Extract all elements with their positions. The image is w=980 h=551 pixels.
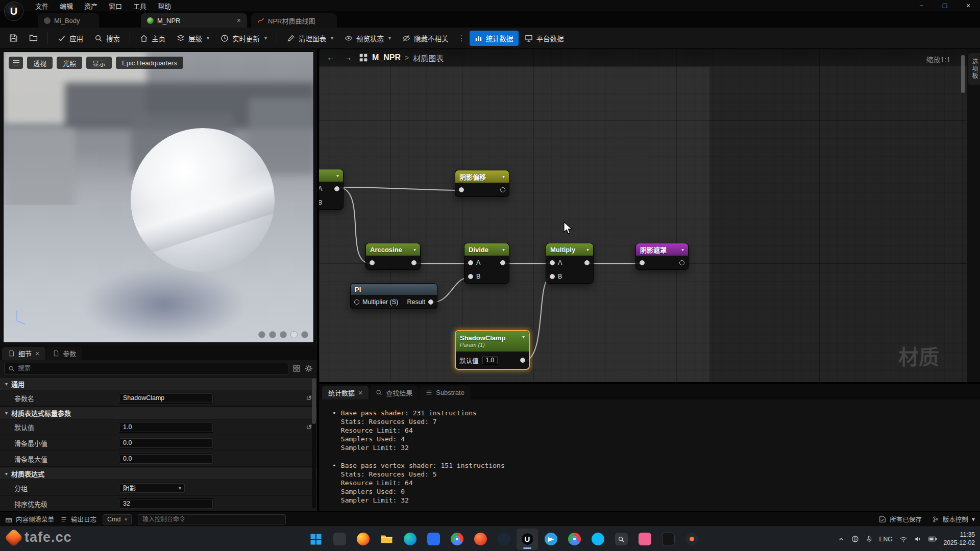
output-log-button[interactable]: 输出日志 [60, 514, 96, 524]
more-options-icon[interactable]: ⋮ [455, 34, 469, 43]
scrollbar-thumb[interactable] [312, 378, 316, 424]
stats-button[interactable]: 统计数据 [470, 31, 519, 46]
node-divide[interactable]: Divide▾ A B [464, 243, 509, 284]
chevron-down-icon[interactable]: ▾ [681, 247, 684, 253]
taskbar-app-steam[interactable] [493, 529, 514, 550]
tab-parameters[interactable]: 参数 [46, 347, 82, 360]
output-pin[interactable] [584, 260, 590, 265]
clock[interactable]: 11:35 2025-12-02 [944, 531, 975, 547]
param-name-input[interactable]: ShadowClamp [119, 393, 213, 404]
chevron-down-icon[interactable]: ▾ [336, 173, 339, 179]
node-shadow-mask[interactable]: 阴影遮罩▾ [635, 243, 689, 270]
input-pin-a[interactable] [550, 260, 555, 265]
default-value-box[interactable]: 1.0 [482, 356, 499, 365]
console-command-input[interactable] [138, 514, 286, 524]
mesh-sphere-toggle[interactable] [269, 331, 276, 338]
volume-icon[interactable] [914, 535, 922, 543]
input-pin-b[interactable] [550, 274, 555, 279]
taskbar-app-taskview[interactable] [329, 529, 350, 550]
tab-npr-curve[interactable]: NPR材质曲线图 [251, 13, 337, 28]
reset-to-default-icon[interactable]: ↺ [306, 394, 312, 402]
section-material-expression[interactable]: ▾ 材质表达式 [0, 467, 317, 480]
palette-side-tab[interactable]: 选项板 [968, 53, 980, 85]
section-scalar-parameter[interactable]: ▾ 材质表达式标量参数 [0, 406, 317, 419]
node-pi[interactable]: Pi Multiplier (S)Result [350, 283, 437, 309]
tab-details[interactable]: 细节 × [2, 347, 45, 360]
node-arccosine[interactable]: Arccosine▾ [365, 243, 421, 270]
live-update-button[interactable]: 实时更新 ▾ [215, 31, 272, 46]
tab-mi-body[interactable]: Mi_Body [38, 13, 99, 28]
graph-scrollbar-thumb[interactable] [961, 55, 965, 93]
preview-state-button[interactable]: 预览状态 ▾ [339, 31, 396, 46]
menu-asset[interactable]: 资产 [79, 0, 103, 12]
close-tab-icon[interactable]: × [35, 349, 39, 358]
apply-button[interactable]: 应用 [53, 31, 88, 46]
input-pin-a[interactable] [468, 260, 473, 265]
input-pin[interactable] [459, 187, 464, 192]
output-pin[interactable] [500, 187, 505, 192]
back-button[interactable]: ← [324, 52, 337, 64]
close-tab-icon[interactable]: × [237, 16, 241, 24]
material-graph-panel[interactable]: ▾ A B 阴影偏移▾ Arccosine▾ [319, 49, 980, 382]
output-pin[interactable] [411, 260, 416, 265]
node-multiply[interactable]: Multiply▾ A B [546, 243, 594, 284]
chevron-down-icon[interactable]: ▾ [522, 334, 525, 340]
revision-control-button[interactable]: 版本控制 ▾ [932, 514, 975, 524]
chevron-down-icon[interactable]: ▾ [502, 247, 505, 253]
perspective-button[interactable]: 透视 [27, 57, 53, 69]
tray-expand-icon[interactable] [838, 536, 845, 543]
taskbar-app-search-tool[interactable] [610, 529, 632, 550]
group-dropdown[interactable]: 阴影 ▾ [119, 483, 185, 493]
graph-canvas[interactable]: ▾ A B 阴影偏移▾ Arccosine▾ [319, 49, 967, 382]
forward-button[interactable]: → [341, 52, 355, 64]
show-button[interactable]: 显示 [86, 57, 112, 69]
start-button[interactable] [305, 529, 327, 550]
mesh-custom-toggle[interactable] [301, 331, 308, 338]
output-pin[interactable] [520, 358, 525, 363]
node-shadow-offset[interactable]: 阴影偏移▾ [455, 170, 509, 197]
close-button[interactable]: × [957, 0, 980, 11]
cmd-selector[interactable]: Cmd ▾ [103, 514, 132, 524]
taskbar-app-browser2[interactable] [470, 529, 491, 550]
taskbar-app-edge[interactable] [399, 529, 421, 550]
maximize-button[interactable]: □ [933, 0, 957, 11]
lit-mode-button[interactable]: 光照 [57, 57, 82, 69]
output-pin[interactable] [428, 299, 433, 305]
menu-help[interactable]: 帮助 [152, 0, 177, 12]
preview-viewport[interactable]: 透视 光照 显示 Epic Headquarters [3, 52, 314, 343]
save-button[interactable] [4, 31, 23, 46]
details-search-input[interactable] [18, 365, 284, 372]
node-shadow-clamp[interactable]: ShadowClamp Param (1) ▾ 默认值 1.0 [455, 330, 530, 370]
taskbar-app-explorer[interactable] [376, 529, 397, 550]
output-pin[interactable] [334, 186, 339, 191]
unreal-logo-icon[interactable]: U [4, 2, 23, 21]
breadcrumb-asset[interactable]: M_NPR [372, 53, 401, 62]
input-language-indicator[interactable]: ENG [879, 536, 893, 543]
microphone-icon[interactable] [866, 535, 873, 543]
menu-edit[interactable]: 编辑 [54, 0, 79, 12]
menu-window[interactable]: 窗口 [103, 0, 128, 12]
input-pin-b[interactable] [468, 274, 473, 279]
mesh-plane-toggle[interactable] [280, 331, 287, 338]
mesh-cube-toggle[interactable] [290, 331, 298, 338]
tab-stats[interactable]: 统计数据 × [322, 386, 369, 399]
tab-m-npr[interactable]: M_NPR × [141, 13, 247, 28]
reset-to-default-icon[interactable]: ↺ [306, 423, 312, 431]
hierarchy-button[interactable]: 层级 ▾ [172, 31, 214, 46]
taskbar-app-blue[interactable] [423, 529, 444, 550]
battery-icon[interactable] [928, 536, 937, 542]
platform-stats-button[interactable]: 平台数据 [520, 31, 569, 46]
sort-priority-input[interactable]: 32 [119, 498, 213, 509]
close-tab-icon[interactable]: × [358, 389, 362, 397]
node-clipped[interactable]: ▾ A B [319, 169, 344, 210]
preview-mesh-toggles[interactable] [258, 331, 308, 338]
default-value-input[interactable]: 1.0 [119, 422, 213, 433]
taskbar-app-pink[interactable] [634, 529, 655, 550]
scene-preset-button[interactable]: Epic Headquarters [116, 57, 183, 69]
menu-file[interactable]: 文件 [30, 0, 54, 12]
taskbar-app-unreal[interactable]: U [517, 529, 538, 550]
grid-view-icon[interactable] [292, 364, 301, 372]
taskbar-app-black[interactable] [657, 529, 679, 550]
taskbar-app-chrome[interactable] [446, 529, 468, 550]
taskbar-app-qq[interactable] [587, 529, 608, 550]
